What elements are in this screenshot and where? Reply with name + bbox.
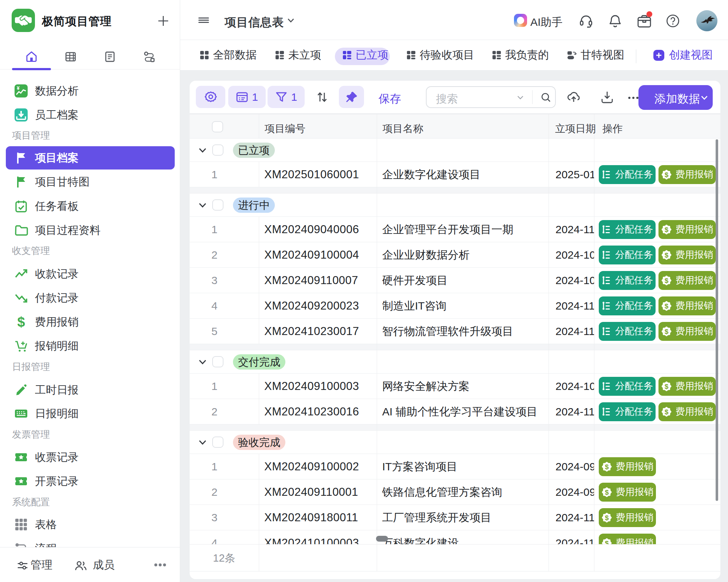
svg-text:$: $ [664,251,668,259]
svg-text:$: $ [664,171,668,179]
svg-text:$: $ [664,328,668,335]
svg-text:$: $ [605,489,609,496]
svg-text:$: $ [605,514,609,522]
svg-text:$: $ [17,315,25,329]
svg-text:$: $ [664,226,668,234]
svg-text:¥: ¥ [17,85,20,91]
svg-text:$: $ [664,383,668,390]
svg-text:$: $ [664,277,668,284]
svg-text:$: $ [664,302,668,310]
svg-text:$: $ [605,463,609,471]
svg-text:$: $ [664,408,668,416]
